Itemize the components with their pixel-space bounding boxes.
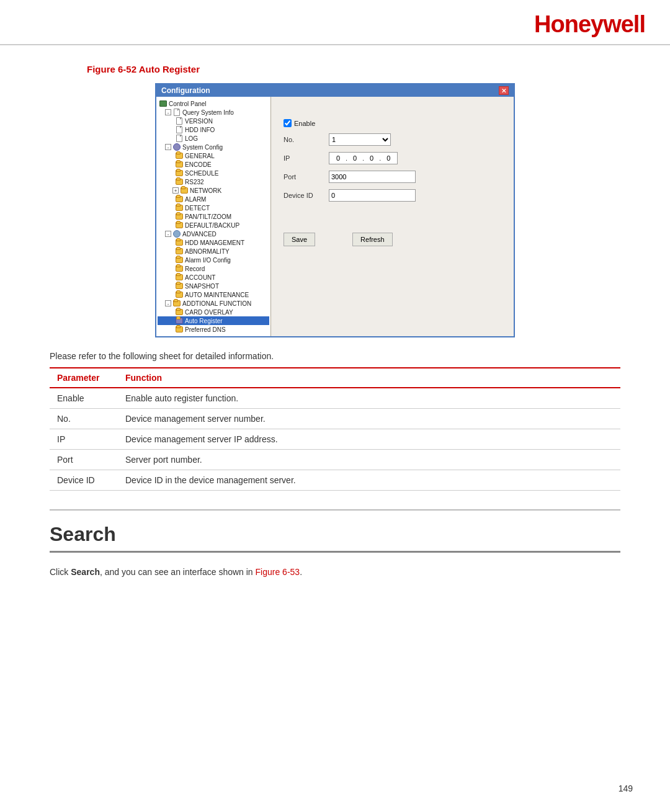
folder-icon (175, 248, 184, 255)
page-icon (172, 109, 181, 116)
search-description: Click Search, and you can see an interfa… (50, 565, 620, 579)
tree-query-system[interactable]: - Query System Info (158, 108, 269, 117)
port-row: Port (284, 171, 501, 183)
page-number: 149 (619, 783, 633, 793)
enable-checkbox[interactable] (284, 119, 292, 127)
main-content: Figure 6-52 Auto Register Configuration … (0, 45, 670, 597)
tree-card-overlay[interactable]: CARD OVERLAY (158, 308, 269, 316)
expand-icon4: - (165, 231, 171, 237)
no-label: No. (284, 136, 324, 143)
tree-log[interactable]: LOG (158, 134, 269, 143)
tree-alarm[interactable]: ALARM (158, 195, 269, 203)
gear2-icon (172, 230, 181, 238)
config-panel: Enable No. 1 IP . . (271, 97, 514, 336)
page-icon (175, 117, 184, 125)
ip-octet3[interactable] (365, 154, 378, 162)
folder-icon (175, 221, 184, 229)
device-id-row: Device ID (284, 189, 501, 202)
expand-icon: - (165, 109, 171, 115)
table-row: EnableEnable auto register function. (50, 388, 620, 409)
tree-system-config[interactable]: - System Config (158, 143, 269, 151)
tree-preferred-dns[interactable]: Preferred DNS (158, 325, 269, 334)
folder-icon (175, 291, 184, 298)
table-header-row: Parameter Function (50, 368, 620, 388)
save-button[interactable]: Save (284, 233, 315, 246)
tree-hdd-info[interactable]: HDD INFO (158, 125, 269, 134)
desc-link[interactable]: Figure 6-53 (256, 567, 300, 577)
tree-advanced[interactable]: - ADVANCED (158, 230, 269, 238)
tree-hdd-mgmt[interactable]: HDD MANAGEMENT (158, 238, 269, 247)
table-row: PortServer port number. (50, 450, 620, 470)
param-cell: No. (50, 409, 118, 429)
folder-icon (180, 187, 189, 194)
tree-general[interactable]: GENERAL (158, 151, 269, 160)
ip-octet2[interactable] (348, 154, 362, 162)
folder-icon (175, 326, 184, 333)
page-header: Honeywell (0, 0, 670, 45)
ip-dot2: . (362, 154, 364, 162)
tree-additional-fn[interactable]: - ADDTIONAL FUNCTION (158, 299, 269, 308)
folder-icon (175, 178, 184, 185)
tree-record[interactable]: Record (158, 264, 269, 273)
tree-rs232[interactable]: RS232 (158, 177, 269, 186)
device-id-input[interactable] (329, 189, 416, 202)
tree-alarm-io[interactable]: Alarm I/O Config (158, 256, 269, 264)
folder-icon (172, 300, 181, 307)
no-select[interactable]: 1 (329, 133, 391, 146)
tree-ptz[interactable]: PAN/TILT/ZOOM (158, 212, 269, 221)
config-title: Configuration (161, 86, 210, 95)
folder-icon (175, 265, 184, 272)
enable-label[interactable]: Enable (284, 119, 315, 127)
refresh-button[interactable]: Refresh (352, 233, 393, 246)
table-row: Device IDDevice ID in the device managem… (50, 470, 620, 491)
col-function-header: Function (118, 368, 620, 388)
config-sidebar: Control Panel - Query System Info VERSIO… (156, 97, 271, 336)
folder-icon (175, 239, 184, 246)
port-input[interactable] (329, 171, 416, 183)
section-divider (50, 509, 620, 511)
expand-icon2: - (165, 144, 171, 150)
tree-detect[interactable]: DETECT (158, 203, 269, 212)
folder-icon (175, 161, 184, 168)
ip-label: IP (284, 154, 324, 162)
folder-icon (175, 213, 184, 220)
tree-encode[interactable]: ENCODE (158, 160, 269, 169)
folder-icon (175, 195, 184, 203)
col-param-header: Parameter (50, 368, 118, 388)
folder-icon (175, 169, 184, 177)
page-icon (175, 135, 184, 142)
tree-abnormality[interactable]: ABNORMALITY (158, 247, 269, 256)
tree-account[interactable]: ACCOUNT (158, 273, 269, 282)
config-buttons: Save Refresh (284, 233, 501, 246)
tree-snapshot[interactable]: SNAPSHOT (158, 282, 269, 290)
function-cell: Device ID in the device management serve… (118, 470, 620, 491)
folder-icon (175, 256, 184, 264)
tree-control-panel[interactable]: Control Panel (158, 99, 269, 108)
ip-octet1[interactable] (331, 154, 345, 162)
tree-schedule[interactable]: SCHEDULE (158, 169, 269, 177)
search-section: Search Click Search, and you can see an … (50, 523, 620, 579)
function-cell: Device management server number. (118, 409, 620, 429)
folder-icon (175, 152, 184, 159)
tree-network[interactable]: + NETWORK (158, 186, 269, 195)
param-table: Parameter Function EnableEnable auto reg… (50, 367, 620, 491)
param-cell: Device ID (50, 470, 118, 491)
param-cell: IP (50, 429, 118, 450)
device-id-label: Device ID (284, 192, 324, 199)
config-titlebar: Configuration ✕ (156, 84, 514, 97)
monitor-icon (159, 100, 168, 107)
ip-input-group: . . . (329, 152, 398, 164)
ip-dot3: . (379, 154, 381, 162)
tree-default-backup[interactable]: DEFAULT/BACKUP (158, 221, 269, 230)
config-close-button[interactable]: ✕ (499, 86, 509, 95)
ip-octet4[interactable] (382, 154, 395, 162)
gear-icon (172, 143, 181, 151)
search-title: Search (50, 523, 620, 553)
tree-auto-register[interactable]: Auto Register (158, 316, 269, 325)
desc-suffix: , and you can see an interface shown in (100, 567, 256, 577)
tree-version[interactable]: VERSION (158, 117, 269, 125)
tree-auto-maintenance[interactable]: AUTO MAINTENANCE (158, 290, 269, 299)
table-row: No.Device management server number. (50, 409, 620, 429)
function-cell: Server port number. (118, 450, 620, 470)
page-icon (175, 126, 184, 133)
